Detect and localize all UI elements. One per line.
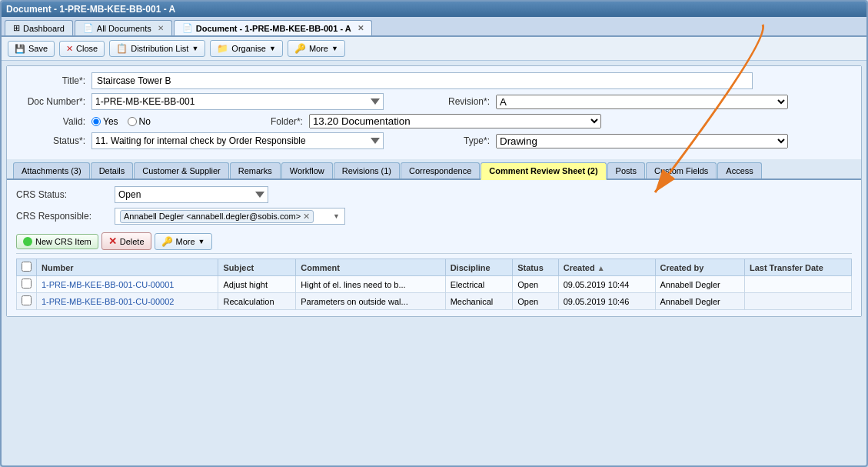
valid-yes-radio[interactable] [91, 117, 101, 126]
new-crs-item-button[interactable]: New CRS Item [16, 234, 98, 249]
col-subject[interactable]: Subject [218, 259, 296, 276]
organise-button[interactable]: 📁 Organise ▼ [210, 40, 283, 57]
valid-row: Valid: Yes No Folder*: 13.20 Docume [16, 114, 852, 128]
distribution-icon: 📋 [116, 43, 128, 54]
select-all-checkbox[interactable] [22, 262, 32, 272]
tab-document-close[interactable]: ✕ [358, 24, 364, 32]
tab-dashboard[interactable]: ⊞ Dashboard [5, 20, 73, 35]
crs-responsible-label: CRS Responsible: [16, 211, 108, 222]
col-created[interactable]: Created ▲ [558, 259, 655, 276]
sub-tab-remarks[interactable]: Remarks [230, 162, 281, 178]
status-select[interactable]: 11. Waiting for internal check by Order … [91, 132, 384, 149]
tab-all-documents-close[interactable]: ✕ [158, 24, 164, 32]
row1-checkbox[interactable] [22, 279, 32, 289]
sub-tab-revisions-label: Revisions (1) [342, 166, 391, 175]
tab-document[interactable]: 📄 Document - 1-PRE-MB-KEE-BB-001 - A ✕ [174, 20, 372, 35]
sub-tab-comment-review-sheet-label: Comment Review Sheet (2) [489, 166, 597, 175]
col-comment[interactable]: Comment [296, 259, 445, 276]
save-label: Save [28, 44, 48, 53]
sub-tab-posts[interactable]: Posts [607, 162, 646, 178]
type-label: Type*: [421, 135, 490, 146]
more-icon: 🔑 [294, 43, 306, 54]
row1-number-link[interactable]: 1-PRE-MB-KEE-BB-001-CU-00001 [42, 280, 174, 289]
crs-responsible-remove-icon[interactable]: ✕ [303, 212, 310, 222]
valid-no-label[interactable]: No [128, 116, 151, 127]
sub-tab-access-label: Access [726, 166, 753, 175]
sub-tab-posts-label: Posts [616, 166, 637, 175]
main-window: Document - 1-PRE-MB-KEE-BB-001 - A ⊞ Das… [0, 0, 868, 467]
crs-actions: New CRS Item ✕ Delete 🔑 More ▼ [16, 229, 852, 254]
close-button[interactable]: ✕ Close [59, 41, 105, 57]
doc-number-select[interactable]: 1-PRE-MB-KEE-BB-001 [91, 93, 384, 110]
title-input[interactable] [91, 72, 753, 89]
crs-responsible-row: CRS Responsible: Annabell Degler <annabe… [16, 208, 852, 225]
row2-comment: Parameters on outside wal... [296, 293, 445, 310]
crs-more-label: More [176, 237, 195, 246]
distribution-list-button[interactable]: 📋 Distribution List ▼ [109, 40, 205, 57]
more-button[interactable]: 🔑 More ▼ [288, 40, 345, 57]
tab-all-documents[interactable]: 📄 All Documents ✕ [75, 20, 172, 35]
col-created-by[interactable]: Created by [655, 259, 744, 276]
organise-icon: 📁 [217, 43, 228, 54]
sub-tab-remarks-label: Remarks [238, 166, 272, 175]
type-select[interactable]: Drawing [496, 134, 788, 148]
tab-all-documents-label: All Documents [97, 24, 151, 33]
valid-no-radio[interactable] [128, 117, 137, 126]
doc-number-row: Doc Number*: 1-PRE-MB-KEE-BB-001 Revisio… [16, 93, 852, 110]
crs-responsible-value: Annabell Degler <annabell.degler@sobis.c… [124, 212, 301, 221]
sub-tab-correspondence[interactable]: Correspondence [401, 162, 480, 178]
crs-responsible-input[interactable]: Annabell Degler <annabell.degler@sobis.c… [115, 208, 345, 225]
crs-more-button[interactable]: 🔑 More ▼ [155, 233, 212, 250]
doc-number-label: Doc Number*: [16, 96, 85, 107]
sub-tab-details[interactable]: Details [91, 162, 134, 178]
row2-status: Open [513, 293, 558, 310]
crs-status-select[interactable]: Open [115, 186, 268, 203]
main-content: Title*: Doc Number*: 1-PRE-MB-KEE-BB-001… [6, 65, 862, 317]
row2-checkbox-cell [17, 293, 37, 310]
title-bar: Document - 1-PRE-MB-KEE-BB-001 - A [2, 2, 866, 17]
sub-tab-attachments[interactable]: Attachments (3) [13, 162, 90, 178]
col-number[interactable]: Number [37, 259, 218, 276]
sub-tabs: Attachments (3) Details Customer & Suppl… [7, 159, 861, 180]
delete-button[interactable]: ✕ Delete [101, 232, 151, 250]
chevron-down-icon: ▼ [191, 45, 198, 52]
sub-tab-revisions[interactable]: Revisions (1) [334, 162, 400, 178]
save-button[interactable]: 💾 Save [8, 41, 55, 57]
sub-tab-workflow[interactable]: Workflow [281, 162, 333, 178]
new-crs-item-label: New CRS Item [35, 237, 91, 246]
row1-comment: Hight of el. lines need to b... [296, 276, 445, 293]
row2-created-by: Annabell Degler [655, 293, 744, 310]
crs-responsible-dropdown-icon[interactable]: ▼ [333, 212, 340, 220]
row1-subject: Adjust hight [218, 276, 296, 293]
delete-icon: ✕ [108, 235, 117, 247]
valid-yes-label[interactable]: Yes [91, 116, 118, 127]
row2-checkbox[interactable] [22, 295, 32, 305]
sub-tab-custom-fields[interactable]: Custom Fields [646, 162, 717, 178]
new-crs-item-icon [23, 237, 32, 246]
tab-bar: ⊞ Dashboard 📄 All Documents ✕ 📄 Document… [2, 17, 866, 37]
organise-label: Organise [231, 44, 266, 53]
folder-select[interactable]: 13.20 Documentation [309, 114, 601, 128]
row2-discipline: Mechanical [445, 293, 513, 310]
sub-tab-customer-supplier[interactable]: Customer & Supplier [134, 162, 229, 178]
grid-icon: ⊞ [13, 23, 20, 33]
revision-select[interactable]: A [496, 95, 788, 109]
col-last-transfer[interactable]: Last Transfer Date [744, 259, 851, 276]
crs-responsible-chip: Annabell Degler <annabell.degler@sobis.c… [120, 210, 314, 223]
sub-tab-customer-supplier-label: Customer & Supplier [142, 166, 221, 175]
sub-tab-workflow-label: Workflow [290, 166, 324, 175]
delete-label: Delete [120, 237, 145, 246]
tab-dashboard-label: Dashboard [23, 24, 65, 33]
crs-more-icon: 🔑 [161, 236, 173, 247]
sub-tab-access[interactable]: Access [717, 162, 761, 178]
doc-icon: 📄 [83, 23, 94, 33]
row2-number-link[interactable]: 1-PRE-MB-KEE-BB-001-CU-00002 [42, 297, 174, 306]
col-discipline[interactable]: Discipline [445, 259, 513, 276]
sub-tab-comment-review-sheet[interactable]: Comment Review Sheet (2) [481, 162, 606, 180]
sub-tab-custom-fields-label: Custom Fields [654, 166, 708, 175]
valid-yes-text: Yes [103, 116, 118, 127]
more-label: More [309, 44, 328, 53]
row1-number: 1-PRE-MB-KEE-BB-001-CU-00001 [37, 276, 218, 293]
crs-status-row: CRS Status: Open [16, 186, 852, 203]
col-status[interactable]: Status [513, 259, 558, 276]
